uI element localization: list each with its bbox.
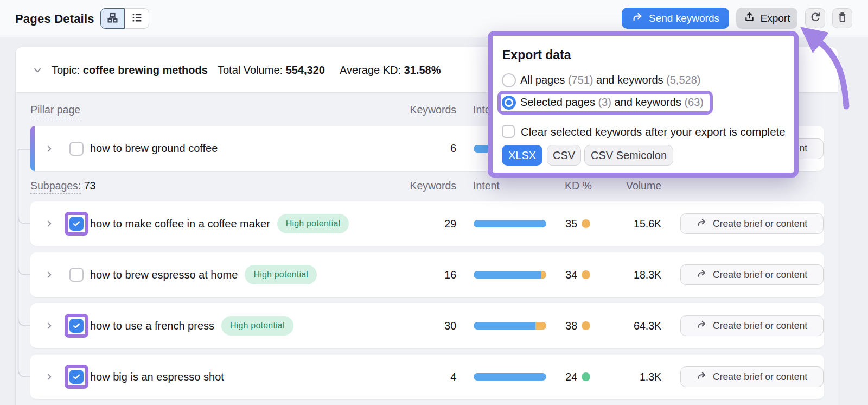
export-popup: Export data All pages (751) and keywords…	[488, 31, 799, 178]
kd-difficulty-dot	[582, 219, 590, 228]
high-potential-badge: High potential	[277, 214, 349, 233]
subpage-row[interactable]: how to use a french pressHigh potential3…	[30, 303, 824, 348]
page-title-text[interactable]: how to brew ground coffee	[90, 142, 218, 155]
keywords-count: 29	[402, 201, 456, 246]
create-brief-label: Create brief or content	[713, 320, 807, 332]
page-title-text[interactable]: how big is an espresso shot	[90, 371, 224, 383]
checkbox-frame	[65, 263, 88, 287]
col-keywords: Keywords	[386, 180, 456, 192]
send-keywords-button[interactable]: Send keywords	[622, 8, 729, 29]
forward-arrow-icon	[697, 370, 707, 383]
clear-keywords-checkbox[interactable]	[502, 125, 515, 138]
page-title-text[interactable]: how to brew espresso at home	[90, 269, 238, 281]
format-csv-semicolon-button[interactable]: CSV Semicolon	[584, 145, 673, 166]
chevron-right-icon[interactable]	[45, 321, 54, 330]
send-keywords-label: Send keywords	[649, 12, 719, 24]
tree-view-button[interactable]	[100, 8, 125, 29]
pillar-page-label: Pillar page	[30, 104, 80, 118]
create-brief-button[interactable]: Create brief or content	[680, 264, 824, 285]
forward-arrow-icon	[697, 268, 707, 281]
view-toggle	[100, 8, 149, 29]
volume-value: 15.6K	[607, 201, 661, 246]
checkbox-highlight-frame	[65, 212, 88, 236]
kd-difficulty-dot	[582, 372, 590, 381]
clear-keywords-label[interactable]: Clear selected keywords after your expor…	[521, 125, 786, 138]
chevron-right-icon[interactable]	[45, 372, 54, 381]
refresh-button[interactable]	[805, 8, 825, 28]
keywords-count: 6	[402, 126, 456, 171]
checkbox-highlight-frame	[65, 365, 88, 389]
col-intent: Intent	[473, 180, 500, 192]
create-brief-button[interactable]: Create brief or content	[680, 315, 824, 336]
forward-arrow-icon	[697, 319, 707, 332]
subpages-count: 73	[84, 180, 96, 192]
radio-all-pages[interactable]	[502, 73, 516, 87]
sitemap-icon	[107, 12, 118, 26]
average-kd: Average KD: 31.58%	[340, 47, 441, 93]
col-volume: Volume	[591, 180, 661, 192]
kd-value: 38	[539, 303, 577, 348]
volume-value: 1.3K	[607, 355, 661, 399]
kd-value: 24	[539, 355, 577, 399]
page-title-text[interactable]: how to use a french press	[90, 320, 214, 332]
checkbox-frame	[65, 137, 88, 161]
subpage-row[interactable]: how big is an espresso shot4241.3KCreate…	[30, 355, 824, 399]
kd-difficulty-dot	[582, 321, 590, 330]
subpages-label: Subpages: 73	[30, 180, 95, 192]
keywords-count: 30	[402, 303, 456, 348]
pillar-col-keywords: Keywords	[386, 104, 456, 116]
keywords-count: 4	[402, 355, 456, 399]
volume-value: 64.3K	[607, 303, 661, 348]
option-all-pages-label[interactable]: All pages (751) and keywords (5,528)	[520, 74, 700, 86]
kd-value: 34	[539, 252, 577, 297]
high-potential-badge: High potential	[221, 316, 293, 336]
upload-icon	[744, 11, 755, 26]
high-potential-badge: High potential	[245, 265, 317, 284]
row-checkbox-unchecked[interactable]	[69, 142, 84, 156]
create-brief-label: Create brief or content	[713, 218, 807, 230]
forward-arrow-icon	[697, 217, 707, 230]
row-checkbox-checked[interactable]	[69, 217, 84, 231]
volume-value: 18.3K	[607, 252, 661, 297]
list-icon	[131, 12, 143, 26]
intent-bar	[474, 322, 546, 330]
create-brief-button[interactable]: Create brief or content	[680, 213, 824, 234]
row-checkbox-checked[interactable]	[69, 319, 84, 333]
intent-bar	[474, 220, 546, 227]
page-title-text[interactable]: how to make coffee in a coffee maker	[90, 218, 270, 230]
topic-name: Topic: coffee brewing methods	[52, 47, 208, 93]
total-volume: Total Volume: 554,320	[218, 47, 325, 93]
export-popup-title: Export data	[502, 48, 571, 62]
forward-arrow-icon	[631, 11, 643, 26]
keywords-count: 16	[402, 252, 456, 297]
checkbox-highlight-frame	[65, 314, 88, 338]
create-brief-button[interactable]: Create brief or content	[680, 366, 824, 387]
chevron-right-icon[interactable]	[45, 270, 54, 279]
subpage-row[interactable]: how to brew espresso at homeHigh potenti…	[30, 252, 824, 297]
subpage-row[interactable]: how to make coffee in a coffee makerHigh…	[30, 201, 824, 246]
radio-selected-pages[interactable]	[502, 96, 516, 110]
export-button[interactable]: Export	[736, 8, 797, 29]
intent-bar	[474, 271, 546, 279]
chevron-right-icon[interactable]	[45, 219, 54, 228]
delete-button[interactable]	[832, 8, 852, 28]
col-kd: KD %	[565, 180, 592, 192]
kd-value: 35	[539, 201, 577, 246]
page-title: Pages Details	[15, 0, 94, 37]
format-xlsx-button[interactable]: XLSX	[502, 145, 542, 166]
create-brief-label: Create brief or content	[713, 371, 807, 383]
option-selected-pages-label[interactable]: Selected pages (3) and keywords (63)	[520, 96, 704, 109]
pages-details-screen: Pages Details	[0, 0, 868, 405]
export-label: Export	[761, 12, 790, 24]
intent-bar	[474, 373, 546, 381]
format-csv-button[interactable]: CSV	[547, 145, 581, 166]
chevron-right-icon[interactable]	[45, 144, 54, 153]
row-checkbox-unchecked[interactable]	[69, 268, 84, 282]
trash-icon	[837, 11, 848, 25]
row-checkbox-checked[interactable]	[69, 370, 84, 384]
list-view-button[interactable]	[125, 8, 149, 29]
create-brief-label: Create brief or content	[713, 269, 807, 281]
refresh-icon	[809, 11, 821, 26]
kd-difficulty-dot	[582, 270, 590, 279]
